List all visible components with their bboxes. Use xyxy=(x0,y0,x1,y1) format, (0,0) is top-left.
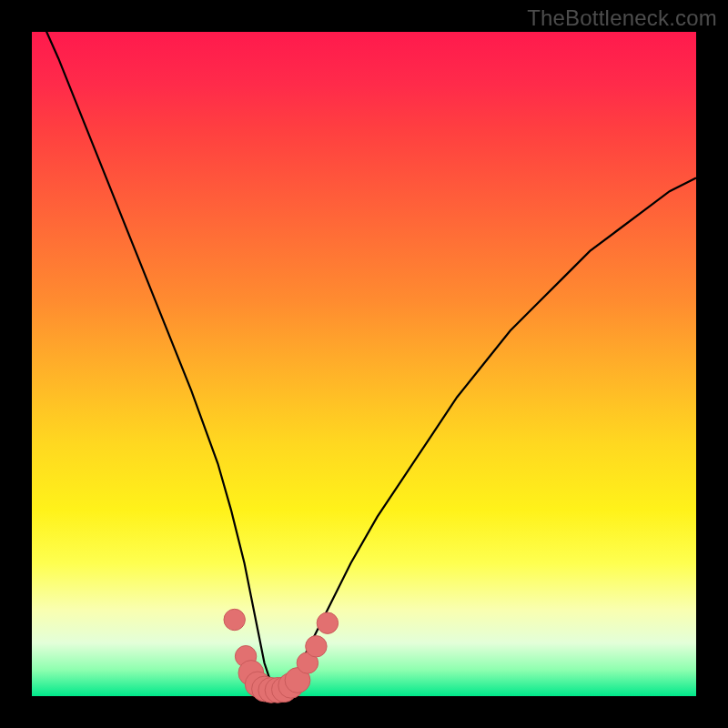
curve-marker xyxy=(317,612,338,633)
watermark-text: TheBottleneck.com xyxy=(527,5,717,31)
bottleneck-curve xyxy=(32,0,696,690)
chart-frame: TheBottleneck.com xyxy=(0,0,728,728)
chart-overlay xyxy=(32,32,696,696)
curve-markers xyxy=(224,609,339,703)
curve-marker xyxy=(224,609,245,630)
curve-marker xyxy=(306,636,327,657)
